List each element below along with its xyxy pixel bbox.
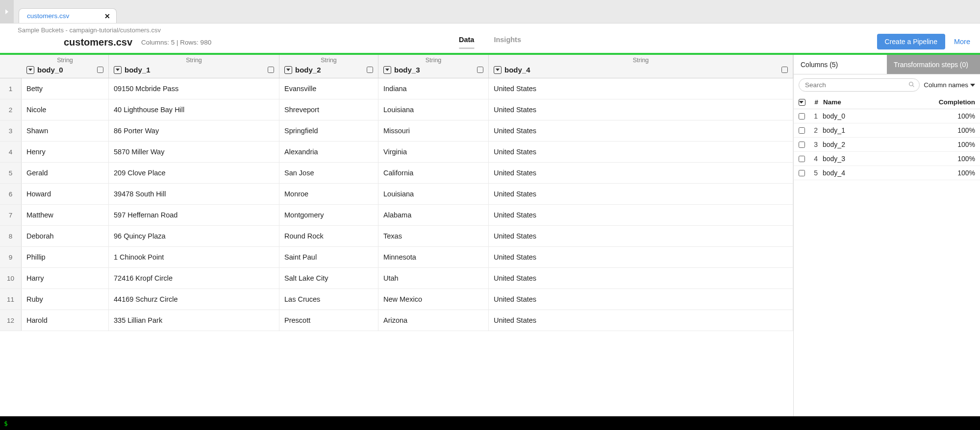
column-list-item[interactable]: 5body_4100%: [794, 166, 980, 180]
cell[interactable]: Deborah: [22, 226, 109, 246]
cell[interactable]: Prescott: [279, 310, 378, 331]
cell[interactable]: Montgomery: [279, 205, 378, 225]
column-menu-icon[interactable]: [383, 66, 391, 74]
cell[interactable]: Alexandria: [279, 142, 378, 162]
column-checkbox[interactable]: [799, 142, 805, 148]
cell[interactable]: 1 Chinook Point: [109, 247, 279, 267]
column-checkbox[interactable]: [799, 156, 805, 162]
cell[interactable]: United States: [489, 205, 793, 225]
cell[interactable]: United States: [489, 120, 793, 141]
column-select-checkbox[interactable]: [477, 67, 483, 73]
cell[interactable]: United States: [489, 247, 793, 267]
cell[interactable]: Las Cruces: [279, 289, 378, 310]
cell[interactable]: 72416 Kropf Circle: [109, 268, 279, 288]
cell[interactable]: Louisiana: [378, 99, 489, 120]
side-tab-transform[interactable]: Transformation steps (0): [887, 55, 980, 74]
select-all-toggle[interactable]: [799, 99, 805, 106]
column-menu-icon[interactable]: [114, 66, 122, 74]
cell[interactable]: 39478 South Hill: [109, 184, 279, 204]
cell[interactable]: Minnesota: [378, 247, 489, 267]
tab-data[interactable]: Data: [459, 36, 474, 49]
cell[interactable]: Round Rock: [279, 226, 378, 246]
cell[interactable]: Virginia: [378, 142, 489, 162]
column-select-checkbox[interactable]: [781, 67, 788, 73]
cell[interactable]: 86 Porter Way: [109, 120, 279, 141]
cell[interactable]: Matthew: [22, 205, 109, 225]
create-pipeline-button[interactable]: Create a Pipeline: [877, 34, 945, 49]
cell[interactable]: New Mexico: [378, 289, 489, 310]
column-checkbox[interactable]: [799, 170, 805, 176]
cell[interactable]: 335 Lillian Park: [109, 310, 279, 331]
cell[interactable]: Monroe: [279, 184, 378, 204]
cell[interactable]: 40 Lighthouse Bay Hill: [109, 99, 279, 120]
cell[interactable]: Saint Paul: [279, 247, 378, 267]
column-list-item[interactable]: 4body_3100%: [794, 152, 980, 166]
cell[interactable]: Missouri: [378, 120, 489, 141]
cell[interactable]: Howard: [22, 184, 109, 204]
column-checkbox[interactable]: [799, 113, 805, 119]
cell[interactable]: Evansville: [279, 78, 378, 99]
column-header-body_2[interactable]: Stringbody_2: [279, 55, 378, 78]
cell[interactable]: 96 Quincy Plaza: [109, 226, 279, 246]
cell[interactable]: 597 Heffernan Road: [109, 205, 279, 225]
table-row[interactable]: 6Howard39478 South HillMonroeLouisianaUn…: [0, 184, 793, 205]
column-checkbox[interactable]: [799, 127, 805, 134]
cell[interactable]: United States: [489, 142, 793, 162]
column-header-body_3[interactable]: Stringbody_3: [378, 55, 489, 78]
cell[interactable]: Springfield: [279, 120, 378, 141]
column-select-checkbox[interactable]: [97, 67, 103, 73]
table-row[interactable]: 9Phillip1 Chinook PointSaint PaulMinneso…: [0, 247, 793, 268]
file-tab-customers[interactable]: customers.csv ✕: [19, 8, 117, 23]
column-select-checkbox[interactable]: [268, 67, 274, 73]
cell[interactable]: Louisiana: [378, 184, 489, 204]
cell[interactable]: Gerald: [22, 163, 109, 183]
expand-left-panel-button[interactable]: [0, 0, 14, 23]
table-row[interactable]: 1Betty09150 Mcbride PassEvansvilleIndian…: [0, 78, 793, 99]
cell[interactable]: United States: [489, 163, 793, 183]
table-row[interactable]: 12Harold335 Lillian ParkPrescottArizonaU…: [0, 310, 793, 331]
cell[interactable]: 209 Clove Place: [109, 163, 279, 183]
table-row[interactable]: 3Shawn86 Porter WaySpringfieldMissouriUn…: [0, 120, 793, 142]
column-search-input[interactable]: [799, 78, 920, 92]
table-row[interactable]: 5Gerald209 Clove PlaceSan JoseCalifornia…: [0, 163, 793, 184]
column-list-item[interactable]: 2body_1100%: [794, 123, 980, 138]
cell[interactable]: Texas: [378, 226, 489, 246]
cell[interactable]: Phillip: [22, 247, 109, 267]
cell[interactable]: 44169 Schurz Circle: [109, 289, 279, 310]
cell[interactable]: Harold: [22, 310, 109, 331]
cell[interactable]: United States: [489, 184, 793, 204]
cell[interactable]: Indiana: [378, 78, 489, 99]
cell[interactable]: 09150 Mcbride Pass: [109, 78, 279, 99]
column-header-body_4[interactable]: Stringbody_4: [489, 55, 793, 78]
cell[interactable]: Ruby: [22, 289, 109, 310]
column-menu-icon[interactable]: [284, 66, 292, 74]
cell[interactable]: Arizona: [378, 310, 489, 331]
cell[interactable]: United States: [489, 310, 793, 331]
column-header-body_0[interactable]: Stringbody_0: [22, 55, 109, 78]
close-tab-icon[interactable]: ✕: [104, 12, 110, 20]
table-row[interactable]: 2Nicole40 Lighthouse Bay HillShreveportL…: [0, 99, 793, 120]
cell[interactable]: California: [378, 163, 489, 183]
grid-body[interactable]: 1Betty09150 Mcbride PassEvansvilleIndian…: [0, 78, 793, 416]
table-row[interactable]: 11Ruby44169 Schurz CircleLas CrucesNew M…: [0, 289, 793, 310]
cell[interactable]: Nicole: [22, 99, 109, 120]
column-select-checkbox[interactable]: [367, 67, 373, 73]
cell[interactable]: Shreveport: [279, 99, 378, 120]
column-list-item[interactable]: 1body_0100%: [794, 109, 980, 123]
cell[interactable]: Salt Lake City: [279, 268, 378, 288]
cell[interactable]: Utah: [378, 268, 489, 288]
cell[interactable]: San Jose: [279, 163, 378, 183]
side-tab-columns[interactable]: Columns (5): [794, 55, 887, 74]
column-list-item[interactable]: 3body_2100%: [794, 138, 980, 152]
more-link[interactable]: More: [954, 38, 970, 46]
cell[interactable]: United States: [489, 226, 793, 246]
cell[interactable]: Henry: [22, 142, 109, 162]
table-row[interactable]: 7Matthew597 Heffernan RoadMontgomeryAlab…: [0, 205, 793, 226]
cell[interactable]: 5870 Miller Way: [109, 142, 279, 162]
cell[interactable]: Harry: [22, 268, 109, 288]
cell[interactable]: Betty: [22, 78, 109, 99]
tab-insights[interactable]: Insights: [494, 36, 521, 49]
cell[interactable]: Shawn: [22, 120, 109, 141]
column-menu-icon[interactable]: [26, 66, 34, 74]
cell[interactable]: Alabama: [378, 205, 489, 225]
